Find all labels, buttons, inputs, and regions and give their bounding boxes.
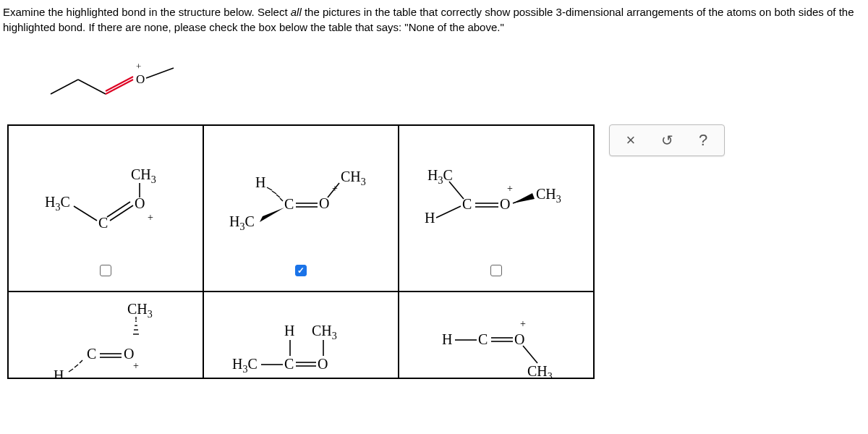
structure-e: H CH3 H3C C O bbox=[218, 292, 384, 378]
svg-text:CH3: CH3 bbox=[341, 169, 366, 187]
svg-line-3 bbox=[106, 77, 133, 91]
svg-text:+: + bbox=[133, 360, 139, 371]
close-icon: × bbox=[626, 131, 636, 150]
svg-text:CH3: CH3 bbox=[312, 323, 337, 341]
svg-text:O: O bbox=[319, 195, 329, 211]
option-c-checkbox[interactable] bbox=[490, 265, 502, 276]
svg-text:H: H bbox=[54, 367, 64, 378]
structure-f: H C O + CH3 bbox=[413, 292, 579, 378]
option-cell-f[interactable]: H C O + CH3 bbox=[399, 292, 594, 378]
structure-b: CH3 + O C H H3C bbox=[218, 161, 384, 255]
svg-text:H: H bbox=[425, 210, 435, 226]
svg-text:H3C: H3C bbox=[232, 356, 258, 375]
svg-text:H: H bbox=[255, 174, 265, 190]
svg-line-12 bbox=[74, 206, 97, 221]
svg-text:O: O bbox=[124, 346, 134, 362]
svg-text:CH3: CH3 bbox=[127, 301, 153, 320]
option-cell-c[interactable]: H3C H C O + CH3 bbox=[399, 125, 594, 292]
instruction-all: all bbox=[291, 6, 302, 18]
svg-line-29 bbox=[449, 182, 464, 199]
svg-line-72 bbox=[523, 346, 537, 363]
svg-text:CH3: CH3 bbox=[527, 363, 553, 378]
help-button[interactable]: ? bbox=[685, 127, 721, 153]
svg-text:C: C bbox=[462, 196, 472, 212]
svg-text:H: H bbox=[442, 331, 452, 347]
svg-text:O: O bbox=[514, 331, 524, 347]
svg-text:C: C bbox=[87, 346, 96, 362]
svg-line-0 bbox=[51, 80, 78, 94]
reset-button[interactable]: ↺ bbox=[649, 127, 685, 153]
svg-text:O: O bbox=[318, 356, 328, 372]
option-cell-d[interactable]: CH3 C O + H bbox=[8, 292, 203, 378]
instruction-text-1: Examine the highlighted bond in the stru… bbox=[3, 6, 291, 18]
ref-plus: + bbox=[136, 61, 141, 72]
option-cell-a[interactable]: CH3 O + C H3C bbox=[8, 125, 203, 292]
svg-marker-38 bbox=[513, 193, 535, 203]
structure-a: CH3 O + C H3C bbox=[33, 161, 178, 255]
structure-d: CH3 C O + H bbox=[33, 292, 178, 378]
reset-icon: ↺ bbox=[661, 132, 673, 149]
svg-line-23 bbox=[272, 191, 276, 194]
svg-text:C: C bbox=[98, 215, 108, 231]
action-toolbar: × ↺ ? bbox=[609, 124, 725, 156]
svg-text:CH3: CH3 bbox=[536, 186, 561, 205]
svg-text:O: O bbox=[135, 195, 145, 211]
svg-text:+: + bbox=[520, 318, 526, 329]
option-b-checkbox[interactable] bbox=[295, 265, 307, 276]
svg-text:H3C: H3C bbox=[229, 213, 255, 232]
option-cell-e[interactable]: H CH3 H3C C O bbox=[203, 292, 399, 378]
option-cell-b[interactable]: CH3 + O C H H3C bbox=[203, 125, 399, 292]
svg-marker-26 bbox=[260, 208, 284, 222]
question-instructions: Examine the highlighted bond in the stru… bbox=[0, 0, 868, 38]
reference-structure: O + bbox=[43, 59, 868, 110]
svg-line-52 bbox=[75, 365, 78, 367]
svg-text:C: C bbox=[478, 331, 488, 347]
options-table: CH3 O + C H3C CH3 bbox=[7, 124, 595, 379]
svg-line-31 bbox=[436, 206, 461, 218]
svg-line-21 bbox=[280, 198, 283, 201]
clear-button[interactable]: × bbox=[613, 127, 649, 153]
svg-line-2 bbox=[106, 80, 133, 94]
svg-text:C: C bbox=[284, 356, 294, 372]
svg-line-22 bbox=[276, 195, 280, 197]
structure-c: H3C H C O + CH3 bbox=[406, 161, 587, 255]
svg-text:H3C: H3C bbox=[45, 194, 70, 213]
ref-o-atom: O bbox=[136, 72, 145, 86]
svg-line-4 bbox=[146, 68, 174, 78]
svg-text:H: H bbox=[284, 323, 294, 339]
svg-line-53 bbox=[69, 369, 73, 372]
reference-molecule-svg: O + bbox=[43, 59, 188, 110]
svg-line-51 bbox=[80, 360, 82, 363]
svg-text:+: + bbox=[148, 212, 153, 223]
svg-text:H3C: H3C bbox=[427, 167, 453, 186]
svg-line-1 bbox=[78, 80, 106, 94]
help-icon: ? bbox=[699, 131, 707, 150]
svg-text:+: + bbox=[332, 183, 338, 194]
svg-text:O: O bbox=[500, 196, 510, 212]
svg-text:+: + bbox=[507, 183, 513, 194]
svg-line-24 bbox=[267, 187, 272, 190]
option-a-checkbox[interactable] bbox=[100, 265, 111, 276]
svg-text:C: C bbox=[284, 196, 294, 212]
svg-text:CH3: CH3 bbox=[131, 166, 156, 185]
